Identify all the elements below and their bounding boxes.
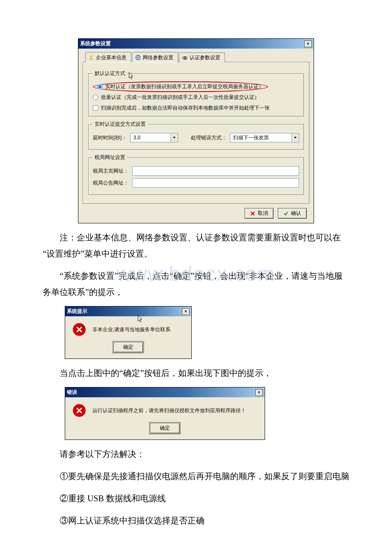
error-icon xyxy=(73,404,86,417)
radio-label: 批量认证（完成一批发票扫描识别或手工录入后一次性批量提交认证） xyxy=(101,94,259,101)
dropdown-value: 扫描下一张发票 xyxy=(231,134,291,142)
paragraph-click-ok: 当点击上图中的“确定”按钮后，如果出现下图中的提示， xyxy=(43,365,349,381)
button-label: 取消 xyxy=(258,210,268,217)
svg-point-0 xyxy=(90,55,92,58)
group-tax-url: 税局网址设置 税局主页网址： 税局公告网址： xyxy=(88,154,304,195)
dropdown-value: 3.0 xyxy=(131,135,170,141)
check-icon xyxy=(283,211,288,216)
button-label: 确定 xyxy=(160,425,170,432)
solution-item-1: ①要先确保是先接通扫描仪电源然后再开电脑的顺序，如果反了则要重启电脑 xyxy=(43,468,349,484)
error-mode-label: 处理错误方式： xyxy=(191,134,227,142)
solution-item-3: ③网上认证系统中扫描仪选择是否正确 xyxy=(43,512,349,529)
error-icon xyxy=(73,323,86,336)
dialog-title: 错误 xyxy=(67,389,77,396)
radio-realtime-auth[interactable] xyxy=(97,84,103,90)
dialog-title: 系统参数设置 xyxy=(80,40,111,47)
tab-label: 企业基本信息 xyxy=(96,54,127,61)
titlebar: 系统参数设置 × xyxy=(78,39,314,49)
radio-label: 实时认证（发票数据扫描识别或手工录入后立即提交税局服务器认证） xyxy=(105,83,264,90)
button-label: 确定 xyxy=(123,344,133,351)
error-mode-dropdown[interactable]: 扫描下一张发票 xyxy=(230,133,299,142)
delay-label: 延时时间(秒)： xyxy=(93,134,127,142)
message-text: 非本企业,请速与当地服务单位联系 xyxy=(92,326,170,333)
tab-network-settings[interactable]: 网络参数设置 xyxy=(132,52,178,62)
close-icon[interactable]: × xyxy=(304,40,312,47)
tab-auth-settings[interactable]: 认证参数设置 xyxy=(179,52,225,63)
group-default-auth: 默认认证方式 实时认证（发票数据扫描识别或手工录入后立即提交税局服务器认证） 批… xyxy=(88,70,304,116)
message-text: 运行认证扫描程序之前，请先将扫描仪授权文件放到应用程序路径！ xyxy=(92,407,246,414)
chevron-down-icon xyxy=(170,133,178,142)
dialog-title: 系统提示 xyxy=(67,308,87,315)
tab-basic-info[interactable]: 企业基本信息 xyxy=(85,52,131,62)
chevron-down-icon xyxy=(291,133,299,142)
checkbox-auto-next[interactable] xyxy=(93,105,98,111)
titlebar: 错误 × xyxy=(65,387,265,397)
button-label: 确认 xyxy=(291,210,301,217)
tax-notice-input[interactable] xyxy=(132,178,299,188)
x-icon xyxy=(250,211,255,216)
paragraph-after-settings: “系统参数设置”完成后，点击“确定”按钮，会出现“非本企业，请速与当地服务单位联… xyxy=(43,268,349,300)
cursor-icon xyxy=(129,72,135,81)
settings-dialog: 系统参数设置 × 企业基本信息 网络参数设置 xyxy=(78,38,314,223)
svg-point-3 xyxy=(184,57,186,59)
close-icon[interactable]: × xyxy=(182,308,190,315)
ok-button[interactable]: 确定 xyxy=(113,342,143,353)
tab-label: 认证参数设置 xyxy=(190,54,220,61)
ok-button[interactable]: 确认 xyxy=(278,208,307,219)
titlebar: 系统提示 × xyxy=(65,306,191,316)
close-icon[interactable]: × xyxy=(255,389,263,396)
network-icon xyxy=(135,55,141,61)
paragraph-note: 注：企业基本信息、网络参数设置、认证参数设置需要重新设置时也可以在“设置维护”菜… xyxy=(43,229,349,262)
group-legend: 税局网址设置 xyxy=(93,154,127,161)
delay-dropdown[interactable]: 3.0 xyxy=(130,133,178,142)
eye-icon xyxy=(182,55,188,61)
checkbox-label: 扫描识别完成后，如数据合法即自动保存到本地数据库中并开始处理下一张 xyxy=(101,104,270,112)
group-legend: 默认认证方式 xyxy=(93,70,127,77)
error-dialog: 错误 × 运行认证扫描程序之前，请先将扫描仪授权文件放到应用程序路径！ 确定 xyxy=(65,387,265,440)
cursor-icon xyxy=(138,315,144,324)
radio-batch-auth[interactable] xyxy=(93,95,98,100)
cancel-button[interactable]: 取消 xyxy=(245,208,274,219)
group-realtime-submit: 实时认证提交方式设置 延时时间(秒)： 3.0 处理错误方式： 扫描下一张发 xyxy=(88,121,304,150)
user-icon xyxy=(88,55,94,61)
group-legend: 实时认证提交方式设置 xyxy=(93,121,147,128)
tax-home-input[interactable] xyxy=(132,166,299,176)
ok-button[interactable]: 确定 xyxy=(150,423,180,434)
system-prompt-dialog: 系统提示 × 非本企业,请速与当地服务单位联系 确定 xyxy=(65,306,192,359)
tax-notice-label: 税局公告网址： xyxy=(93,179,129,187)
paragraph-solutions-header: 请参考以下方法解决： xyxy=(43,446,349,462)
tab-label: 网络参数设置 xyxy=(143,54,173,61)
tax-home-label: 税局主页网址： xyxy=(93,168,129,175)
solution-item-2: ②重接 USB 数据线和电源线 xyxy=(43,490,349,506)
